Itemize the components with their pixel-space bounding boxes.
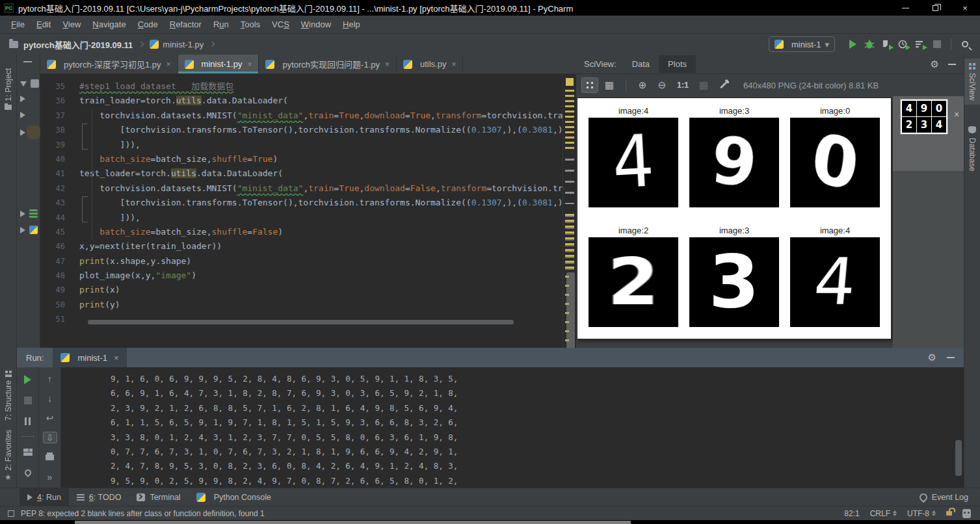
code-line[interactable]: 44 ])),: [40, 211, 576, 225]
code-line[interactable]: 35#step1 load dataset 加载数据包: [40, 79, 576, 94]
fold-region-marker[interactable]: [82, 124, 88, 150]
pin-tab-button[interactable]: [21, 467, 35, 478]
stop-button[interactable]: [929, 36, 946, 52]
menu-view[interactable]: View: [57, 17, 86, 32]
tab-data[interactable]: Data: [623, 55, 659, 73]
run-with-parameters-button[interactable]: [912, 36, 929, 52]
editor-tab-utils.py[interactable]: utils.py×: [397, 55, 463, 73]
show-grid-button[interactable]: ▦: [601, 77, 618, 93]
close-window-button[interactable]: ×: [950, 0, 980, 16]
gear-icon[interactable]: ⚙: [931, 59, 939, 70]
tab-plots[interactable]: Plots: [659, 55, 696, 73]
plot-thumbnail[interactable]: 490234: [900, 99, 948, 135]
menu-file[interactable]: File: [5, 17, 31, 32]
toolwindow-tab-terminal[interactable]: Terminal: [129, 488, 188, 506]
tree-node-selected[interactable]: [20, 128, 38, 137]
fit-to-window-button[interactable]: [581, 77, 598, 93]
tree-node-library[interactable]: [20, 209, 38, 218]
event-log-button[interactable]: Event Log: [920, 493, 968, 502]
run-button[interactable]: [844, 36, 861, 52]
run-configuration-select[interactable]: minist-1 ▾: [769, 36, 835, 52]
zoom-in-button[interactable]: ⊕: [634, 77, 651, 93]
menu-refactor[interactable]: Refactor: [164, 17, 207, 32]
close-tab-icon[interactable]: ×: [451, 60, 456, 69]
readonly-lock-icon[interactable]: [946, 511, 952, 516]
pause-output-button[interactable]: [21, 415, 35, 427]
code-line[interactable]: 38 [torchvision.transforms.ToTensor(),to…: [40, 123, 576, 137]
sidebar-item-sciview[interactable]: SciView: [964, 59, 980, 105]
toolwindow-tab-6-todo[interactable]: 6: TODO: [69, 488, 129, 506]
encoding-select[interactable]: UTF-8: [907, 509, 936, 518]
search-everywhere-button[interactable]: [957, 36, 973, 52]
tree-node-collapsed[interactable]: [20, 112, 25, 118]
editor-tab-minist-1.py[interactable]: minist-1.py×: [178, 55, 259, 73]
restore-window-button[interactable]: [920, 0, 950, 16]
horizontal-scrollbar[interactable]: [88, 320, 514, 324]
menu-edit[interactable]: Edit: [31, 17, 57, 32]
code-line[interactable]: 47print(x.shape,y.shape): [40, 254, 576, 269]
editor-error-stripe[interactable]: [563, 74, 576, 348]
sidebar-item-project[interactable]: 1: Project: [0, 64, 16, 114]
color-picker-button[interactable]: [715, 77, 732, 93]
debug-button[interactable]: [861, 36, 878, 52]
breadcrumb-file[interactable]: minist-1.py: [163, 40, 204, 49]
transparency-chessboard-button[interactable]: ▦: [695, 77, 712, 93]
fold-region-marker[interactable]: [82, 196, 88, 222]
zoom-out-button[interactable]: ⊖: [654, 77, 670, 93]
editor-tab-pytorch-深度学习初见1.py[interactable]: pytorch-深度学习初见1.py×: [40, 55, 178, 73]
code-line[interactable]: 41test_loader=torch.utils.data.DataLoade…: [40, 166, 576, 181]
close-tab-icon[interactable]: ×: [247, 60, 252, 69]
stop-button[interactable]: [21, 395, 35, 406]
run-tab-minist-1[interactable]: minist-1 ×: [53, 348, 126, 367]
sidebar-item-favorites[interactable]: 2: Favorites ★: [0, 425, 16, 485]
highlighting-level-icon[interactable]: [962, 509, 971, 518]
status-icon[interactable]: [8, 510, 14, 517]
code-line[interactable]: 37 torchvision.datasets.MNIST("minist_da…: [40, 109, 576, 123]
gear-icon[interactable]: ⚙: [928, 352, 936, 363]
menu-code[interactable]: Code: [132, 17, 164, 32]
line-ending-select[interactable]: CRLF: [870, 509, 897, 518]
code-line[interactable]: 43 [torchvision.transforms.ToTensor(),to…: [40, 196, 576, 210]
menu-tools[interactable]: Tools: [235, 17, 266, 32]
menu-vcs[interactable]: VCS: [266, 17, 295, 32]
console-vertical-scrollbar[interactable]: [955, 440, 962, 476]
tree-node-python[interactable]: [20, 226, 38, 234]
sidebar-item-structure[interactable]: 7: Structure: [0, 366, 16, 425]
code-line[interactable]: 36train_loader=torch.utils.data.DataLoad…: [40, 94, 576, 108]
actual-size-button[interactable]: 1:1: [673, 81, 693, 90]
rerun-button[interactable]: [21, 374, 35, 386]
run-console-output[interactable]: 9, 1, 6, 0, 6, 9, 9, 9, 5, 2, 8, 4, 8, 6…: [61, 367, 964, 488]
toolwindow-tab-python-console[interactable]: Python Console: [189, 488, 279, 506]
hide-panel-icon[interactable]: [948, 64, 956, 65]
menu-help[interactable]: Help: [337, 17, 366, 32]
menu-window[interactable]: Window: [295, 17, 337, 32]
close-plot-icon[interactable]: ×: [954, 109, 959, 120]
soft-wrap-button[interactable]: ↩: [43, 413, 57, 424]
sidebar-item-database[interactable]: Database: [964, 122, 980, 176]
print-button[interactable]: [43, 452, 57, 463]
up-stacktrace-button[interactable]: ↑: [43, 374, 57, 385]
profile-button[interactable]: [895, 36, 912, 52]
editor-tab-pytorch实现回归问题-1.py[interactable]: pytorch实现回归问题-1.py×: [259, 55, 397, 73]
more-actions-button[interactable]: »: [43, 471, 57, 482]
tree-node-collapsed[interactable]: [20, 96, 25, 102]
close-tab-icon[interactable]: ×: [166, 60, 171, 69]
toolwindow-tab-4-run[interactable]: 4: Run: [20, 488, 69, 506]
plot-canvas[interactable]: image:44image:39image:00image:22image:33…: [577, 98, 892, 339]
scroll-to-end-button[interactable]: ⇩: [43, 432, 57, 443]
vertical-scrollbar[interactable]: [566, 272, 575, 360]
menu-run[interactable]: Run: [207, 17, 235, 32]
code-line[interactable]: 42 torchvision.datasets.MNIST("minist_da…: [40, 181, 576, 196]
caret-position[interactable]: 82:1: [844, 509, 859, 518]
tree-node-expanded[interactable]: [20, 79, 39, 88]
hide-project-panel-button[interactable]: [23, 61, 32, 62]
code-editor[interactable]: 35#step1 load dataset 加载数据包36train_loade…: [40, 74, 576, 348]
menu-navigate[interactable]: Navigate: [86, 17, 131, 32]
code-line[interactable]: 39 ])),: [40, 138, 576, 152]
close-tab-icon[interactable]: ×: [114, 353, 119, 363]
code-line[interactable]: 49print(x): [40, 283, 576, 297]
minimize-window-button[interactable]: [890, 0, 920, 16]
code-line[interactable]: 46x,y=next(iter(train_loader)): [40, 239, 576, 254]
breadcrumb-project[interactable]: pytorch基础入门-2019.09.11: [23, 38, 133, 51]
hide-panel-icon[interactable]: [947, 357, 955, 358]
